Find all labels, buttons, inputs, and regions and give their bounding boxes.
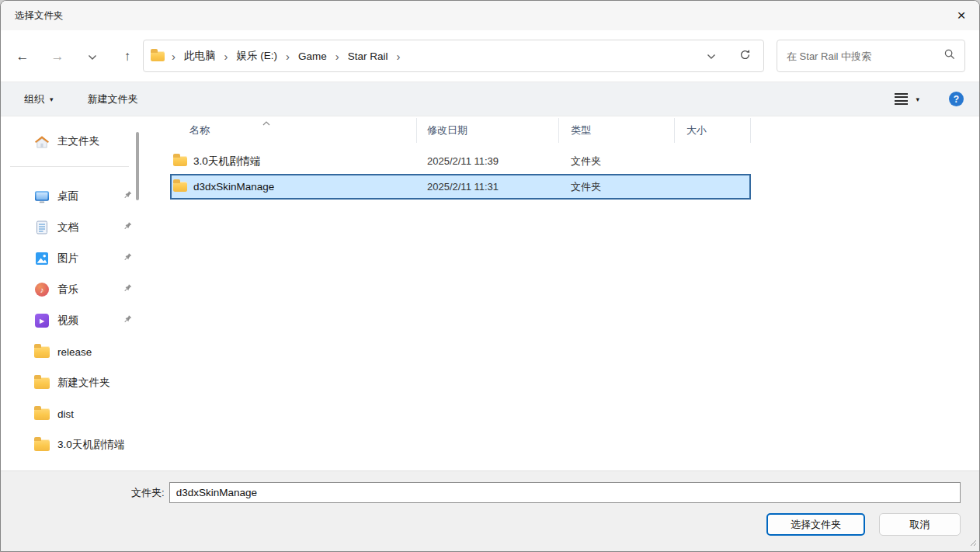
sidebar-item-label: 新建文件夹 — [57, 376, 110, 390]
pin-icon — [123, 191, 132, 203]
back-icon[interactable]: ← — [15, 50, 30, 63]
address-bar[interactable]: › 此电脑 › 娱乐 (E:) › Game › Star Rail › — [143, 40, 764, 72]
search-input[interactable] — [787, 50, 944, 62]
breadcrumb-item-drive-e[interactable]: 娱乐 (E:) — [235, 47, 280, 64]
sidebar-divider — [10, 166, 129, 167]
navigation-sidebar: 主文件夹 桌面 — [1, 116, 138, 470]
search-icon[interactable] — [944, 49, 955, 63]
folder-icon — [173, 182, 187, 192]
chevron-down-icon: ▾ — [50, 95, 54, 103]
sidebar-item-tianji[interactable]: 3.0天机剧情端 — [1, 429, 138, 460]
sidebar-item-pictures[interactable]: 图片 — [1, 243, 138, 274]
dialog-title: 选择文件夹 — [15, 9, 64, 23]
sidebar-item-music[interactable]: ♪ 音乐 — [1, 274, 138, 305]
sidebar-item-label: dist — [57, 408, 74, 420]
dialog-footer: 文件夹: 选择文件夹 取消 — [1, 470, 979, 551]
breadcrumb-item-star-rail[interactable]: Star Rail — [346, 49, 390, 64]
folder-name-row: 文件夹: — [131, 482, 961, 503]
forward-icon[interactable]: → — [50, 50, 65, 63]
command-toolbar: 组织 ▾ 新建文件夹 ▾ ? — [1, 82, 979, 116]
list-header: 名称 修改日期 类型 大小 — [170, 118, 979, 143]
file-type: 文件夹 — [559, 180, 675, 194]
file-rows: 3.0天机剧情端 2025/2/11 11:39 文件夹 d3dxSkinMan… — [170, 148, 979, 200]
column-header-type[interactable]: 类型 — [559, 118, 675, 143]
breadcrumb-item-this-pc[interactable]: 此电脑 — [182, 47, 217, 64]
folder-icon — [33, 377, 50, 389]
sidebar-item-label: 音乐 — [57, 283, 78, 297]
breadcrumb-separator: › — [390, 50, 408, 62]
address-dropdown-icon[interactable] — [707, 49, 716, 63]
folder-icon — [33, 439, 50, 451]
address-bar-controls — [707, 49, 756, 64]
sidebar-item-release[interactable]: release — [1, 336, 138, 367]
sidebar-item-documents[interactable]: 文档 — [1, 212, 138, 243]
sidebar-item-label: 文档 — [57, 220, 78, 234]
folder-icon — [33, 346, 50, 358]
organize-button[interactable]: 组织 ▾ — [24, 92, 54, 106]
pin-icon — [123, 222, 132, 234]
title-bar[interactable]: 选择文件夹 × — [1, 1, 979, 30]
pictures-icon — [33, 252, 50, 266]
table-row-selected[interactable]: d3dxSkinManage 2025/2/11 11:31 文件夹 — [170, 174, 751, 200]
file-name: d3dxSkinManage — [193, 181, 274, 193]
close-button[interactable]: × — [944, 1, 979, 30]
folder-name-label: 文件夹: — [131, 486, 165, 500]
sidebar-item-desktop[interactable]: 桌面 — [1, 181, 138, 212]
refresh-icon[interactable] — [739, 49, 751, 64]
breadcrumb-item-game[interactable]: Game — [297, 49, 328, 64]
music-icon: ♪ — [33, 283, 50, 297]
pin-icon — [123, 253, 132, 265]
documents-icon — [33, 220, 50, 234]
file-type: 文件夹 — [559, 154, 675, 168]
column-header-name[interactable]: 名称 — [170, 118, 417, 143]
sidebar-item-label: 视频 — [57, 314, 78, 328]
organize-label: 组织 — [24, 92, 44, 106]
select-folder-dialog: 选择文件夹 × ← → ↑ › 此电脑 › 娱乐 (E:) › Game › S… — [0, 0, 980, 552]
new-folder-label: 新建文件夹 — [88, 92, 138, 106]
history-chevron-icon[interactable] — [85, 50, 100, 63]
table-row[interactable]: 3.0天机剧情端 2025/2/11 11:39 文件夹 — [170, 148, 751, 174]
pin-icon — [123, 284, 132, 296]
breadcrumb-separator: › — [279, 50, 297, 62]
breadcrumb-separator: › — [217, 50, 235, 62]
search-box[interactable] — [777, 40, 965, 72]
select-folder-button[interactable]: 选择文件夹 — [766, 513, 865, 536]
sidebar-item-videos[interactable]: ▶ 视频 — [1, 305, 138, 336]
pin-icon — [123, 315, 132, 327]
file-list-area: 名称 修改日期 类型 大小 3.0天机剧情端 202 — [138, 116, 979, 470]
desktop-icon — [33, 190, 50, 203]
navigation-bar: ← → ↑ › 此电脑 › 娱乐 (E:) › Game › Star Rail… — [1, 30, 979, 82]
sidebar-item-label: 图片 — [57, 252, 78, 266]
view-dropdown-icon[interactable]: ▾ — [916, 95, 919, 103]
home-icon — [33, 135, 50, 148]
file-date-modified: 2025/2/11 11:39 — [417, 155, 559, 167]
nav-buttons: ← → ↑ — [15, 50, 135, 63]
view-mode-icon[interactable] — [895, 93, 908, 106]
sidebar-item-label: 3.0天机剧情端 — [57, 438, 124, 452]
videos-icon: ▶ — [33, 314, 50, 328]
main-area: 主文件夹 桌面 — [1, 116, 979, 470]
close-icon: × — [957, 7, 965, 24]
sidebar-item-dist[interactable]: dist — [1, 398, 138, 429]
dialog-buttons: 选择文件夹 取消 — [131, 513, 961, 536]
column-header-size[interactable]: 大小 — [675, 118, 751, 143]
sidebar-item-home[interactable]: 主文件夹 — [1, 126, 138, 157]
up-icon[interactable]: ↑ — [120, 50, 135, 63]
help-button[interactable]: ? — [949, 92, 964, 106]
resize-grip[interactable] — [968, 536, 977, 550]
cancel-button[interactable]: 取消 — [879, 513, 961, 536]
folder-icon — [33, 408, 50, 420]
sidebar-item-label: release — [57, 346, 92, 358]
column-header-date-modified[interactable]: 修改日期 — [417, 118, 559, 143]
folder-name-input[interactable] — [169, 482, 961, 503]
sidebar-item-label: 主文件夹 — [57, 134, 99, 148]
new-folder-button[interactable]: 新建文件夹 — [88, 92, 138, 106]
help-icon: ? — [954, 94, 959, 105]
folder-icon — [173, 156, 187, 166]
file-date-modified: 2025/2/11 11:31 — [417, 181, 559, 193]
breadcrumb-separator: › — [165, 50, 182, 62]
sidebar-item-label: 桌面 — [57, 189, 78, 203]
breadcrumb-separator: › — [328, 50, 346, 62]
folder-icon — [151, 51, 165, 61]
sidebar-item-new-folder[interactable]: 新建文件夹 — [1, 367, 138, 398]
